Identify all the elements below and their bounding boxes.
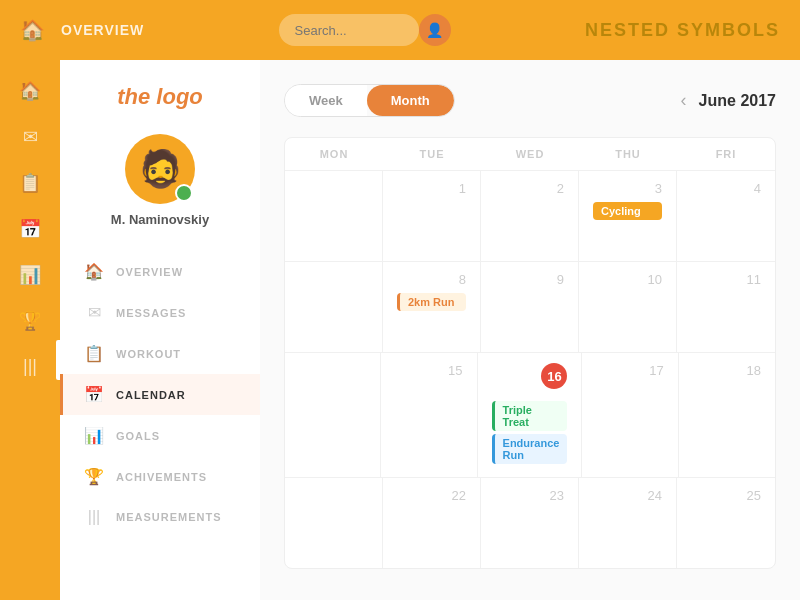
- nav-item-goals[interactable]: 📊 GOALS: [60, 415, 260, 456]
- date-w2-tue: 8: [397, 272, 466, 287]
- date-w3-wed-today: 16: [541, 363, 567, 389]
- nav-icon-bars: |||: [84, 508, 104, 526]
- main-content: Week Month ‹ June 2017 MON TUE WED THU F…: [260, 60, 800, 600]
- narrow-icon-clipboard[interactable]: 📋: [19, 172, 41, 194]
- narrow-icon-chart[interactable]: 📊: [19, 264, 41, 286]
- profile-section: 🧔 M. Naminovskiy: [60, 134, 260, 251]
- cell-w4-mon: [285, 478, 383, 568]
- event-triple-treat: Triple Treat: [492, 401, 568, 431]
- nav-item-measurements[interactable]: ||| MEASUREMENTS: [60, 497, 260, 537]
- calendar-grid: MON TUE WED THU FRI 1 2 3 Cycling 4: [284, 137, 776, 569]
- logo: the logo: [60, 84, 260, 134]
- cell-w4-fri: 25: [677, 478, 775, 568]
- week-3: 15 16 Triple Treat Endurance Run 17 18: [285, 353, 775, 478]
- nav-label-achievements: ACHIVEMENTS: [116, 471, 207, 483]
- date-w3-fri: 18: [693, 363, 761, 378]
- date-w4-tue: 22: [397, 488, 466, 503]
- nav-label-messages: MESSAGES: [116, 307, 186, 319]
- week-1: 1 2 3 Cycling 4: [285, 171, 775, 262]
- nav-icon-mail: ✉: [84, 303, 104, 322]
- profile-name: M. Naminovskiy: [111, 212, 209, 227]
- date-w3-thu: 17: [596, 363, 663, 378]
- event-2km-run: 2km Run: [397, 293, 466, 311]
- nav-icon-goals: 📊: [84, 426, 104, 445]
- date-w1-fri: 4: [691, 181, 761, 196]
- day-header-mon: MON: [285, 138, 383, 170]
- nav-item-messages[interactable]: ✉ MESSAGES: [60, 292, 260, 333]
- search-input[interactable]: [279, 14, 419, 46]
- topbar: 🏠 OVERVIEW 👤 NESTED SYMBOLS: [0, 0, 800, 60]
- cell-w2-mon: [285, 262, 383, 352]
- nav-icon-home: 🏠: [84, 262, 104, 281]
- brand-label: NESTED SYMBOLS: [585, 20, 780, 41]
- cell-w2-wed: 9: [481, 262, 579, 352]
- avatar-emoji: 🧔: [138, 148, 183, 190]
- profile-badge: [175, 184, 193, 202]
- week-2: 8 2km Run 9 10 11: [285, 262, 775, 353]
- narrow-icon-trophy[interactable]: 🏆: [19, 310, 41, 332]
- tab-month[interactable]: Month: [367, 85, 454, 116]
- nav-label-overview: OVERVIEW: [116, 266, 183, 278]
- cell-w3-wed: 16 Triple Treat Endurance Run: [478, 353, 583, 477]
- date-w4-thu: 24: [593, 488, 662, 503]
- date-w4-wed: 23: [495, 488, 564, 503]
- date-w2-fri: 11: [691, 272, 761, 287]
- topbar-avatar: 👤: [419, 14, 451, 46]
- narrow-icon-mail[interactable]: ✉: [23, 126, 38, 148]
- tab-group: Week Month: [284, 84, 455, 117]
- tab-week[interactable]: Week: [285, 85, 367, 116]
- cell-w1-wed: 2: [481, 171, 579, 261]
- nav-icon-calendar: 📅: [84, 385, 104, 404]
- calendar-header: Week Month ‹ June 2017: [284, 84, 776, 117]
- event-endurance-run: Endurance Run: [492, 434, 568, 464]
- nav-item-overview[interactable]: 🏠 OVERVIEW: [60, 251, 260, 292]
- day-header-thu: THU: [579, 138, 677, 170]
- date-w3-tue: 15: [395, 363, 462, 378]
- cell-w3-thu: 17: [582, 353, 678, 477]
- calendar-nav: ‹ June 2017: [681, 90, 776, 111]
- avatar-wrapper: 🧔: [125, 134, 195, 204]
- nav-label-goals: GOALS: [116, 430, 160, 442]
- nav-label-workout: WORKOUT: [116, 348, 181, 360]
- cell-w1-mon: [285, 171, 383, 261]
- nav-item-calendar[interactable]: 📅 CALENDAR: [60, 374, 260, 415]
- sidebar-narrow: 🏠 ✉ 📋 📅 📊 🏆 |||: [0, 60, 60, 600]
- date-w4-fri: 25: [691, 488, 761, 503]
- current-month-label: June 2017: [699, 92, 776, 110]
- date-w1-thu: 3: [593, 181, 662, 196]
- cell-w1-fri: 4: [677, 171, 775, 261]
- date-w1-wed: 2: [495, 181, 564, 196]
- nav-icon-trophy: 🏆: [84, 467, 104, 486]
- nav-item-workout[interactable]: 📋 WORKOUT: [60, 333, 260, 374]
- topbar-left: 🏠 OVERVIEW: [20, 18, 144, 42]
- home-icon: 🏠: [20, 18, 45, 42]
- cell-w2-tue: 8 2km Run: [383, 262, 481, 352]
- day-header-tue: TUE: [383, 138, 481, 170]
- cell-w2-fri: 11: [677, 262, 775, 352]
- cell-w3-tue: 15: [381, 353, 477, 477]
- topbar-title: OVERVIEW: [61, 22, 144, 38]
- date-w2-wed: 9: [495, 272, 564, 287]
- day-headers: MON TUE WED THU FRI: [285, 138, 775, 171]
- topbar-center: 👤: [144, 14, 585, 46]
- sidebar-main: the logo 🧔 M. Naminovskiy 🏠 OVERVIEW ✉ M…: [60, 60, 260, 600]
- day-header-fri: FRI: [677, 138, 775, 170]
- sidebar-nav: 🏠 OVERVIEW ✉ MESSAGES 📋 WORKOUT 📅 CALEND…: [60, 251, 260, 576]
- cell-w4-thu: 24: [579, 478, 677, 568]
- nav-label-calendar: CALENDAR: [116, 389, 186, 401]
- nav-item-achievements[interactable]: 🏆 ACHIVEMENTS: [60, 456, 260, 497]
- cell-w4-wed: 23: [481, 478, 579, 568]
- day-header-wed: WED: [481, 138, 579, 170]
- cell-w3-fri: 18: [679, 353, 775, 477]
- nav-icon-clipboard: 📋: [84, 344, 104, 363]
- cell-w2-thu: 10: [579, 262, 677, 352]
- narrow-icon-calendar[interactable]: 📅: [19, 218, 41, 240]
- week-4: 22 23 24 25: [285, 478, 775, 568]
- date-w1-tue: 1: [397, 181, 466, 196]
- cell-w3-mon: [285, 353, 381, 477]
- topbar-right: NESTED SYMBOLS: [585, 20, 780, 41]
- prev-month-button[interactable]: ‹: [681, 90, 687, 111]
- narrow-icon-home[interactable]: 🏠: [19, 80, 41, 102]
- cell-w4-tue: 22: [383, 478, 481, 568]
- narrow-icon-bars[interactable]: |||: [23, 356, 37, 377]
